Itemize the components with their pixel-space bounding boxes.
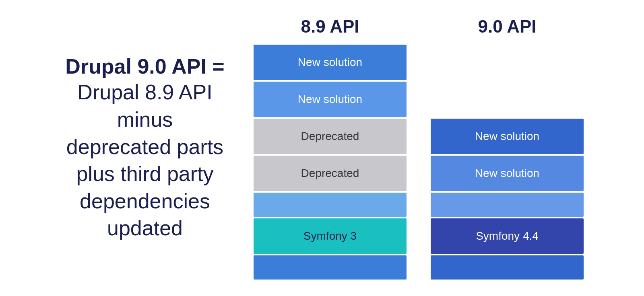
- block-90-new-solution-2: New solution: [431, 156, 584, 191]
- description-line4: plus third party: [60, 160, 229, 188]
- column-89: 8.9 API New solution New solution Deprec…: [254, 16, 407, 280]
- block-89-deprecated-1: Deprecated: [254, 119, 407, 154]
- block-89-filler-2: [254, 255, 407, 280]
- block-90-filler-2: [431, 255, 584, 280]
- block-90-new-solution-1: New solution: [431, 119, 584, 154]
- block-90-symfony: Symfony 4.4: [431, 218, 584, 254]
- description-line2: Drupal 8.9 API minus: [60, 79, 229, 133]
- blocks-90: New solution New solution Symfony 4.4: [431, 45, 584, 280]
- column-89-title: 8.9 API: [301, 16, 359, 37]
- block-89-filler-1: [254, 193, 407, 217]
- block-89-new-solution-1: New solution: [254, 45, 407, 80]
- block-89-deprecated-2: Deprecated: [254, 156, 407, 191]
- blocks-89: New solution New solution Deprecated Dep…: [254, 45, 407, 280]
- block-89-new-solution-2: New solution: [254, 82, 407, 117]
- diagram-container: 8.9 API New solution New solution Deprec…: [254, 16, 584, 280]
- main-container: Drupal 9.0 API = Drupal 8.9 API minus de…: [0, 0, 644, 296]
- block-89-symfony: Symfony 3: [254, 218, 407, 254]
- column-90-title: 9.0 API: [478, 16, 536, 37]
- description-line6: updated: [60, 215, 229, 242]
- block-90-filler-1: [431, 193, 584, 217]
- column-90: 9.0 API New solution New solution Symfon…: [431, 16, 584, 280]
- description-line3: deprecated parts: [60, 134, 229, 161]
- description-line5: dependencies: [60, 188, 229, 215]
- left-description: Drupal 9.0 API = Drupal 8.9 API minus de…: [60, 54, 229, 242]
- description-bold: Drupal 9.0 API =: [60, 54, 229, 79]
